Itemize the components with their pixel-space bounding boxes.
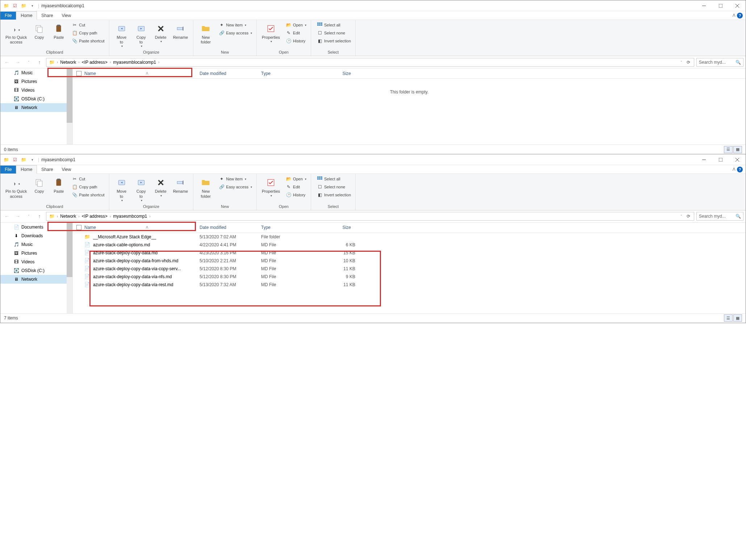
properties-button[interactable]: Properties▾ [260, 21, 282, 45]
cut-button[interactable]: ✂Cut [70, 175, 106, 183]
tab-view[interactable]: View [57, 166, 75, 174]
chevron-right-icon[interactable]: › [57, 60, 58, 64]
thumbnails-view-button[interactable]: ▦ [733, 314, 742, 322]
new-item-button[interactable]: ✦New item▾ [217, 175, 253, 183]
breadcrumb-item[interactable]: <IP address> [80, 214, 109, 219]
scrollbar[interactable] [67, 223, 72, 313]
column-header-size[interactable]: Size [319, 71, 355, 76]
edit-button[interactable]: ✎Edit [284, 183, 308, 191]
column-header-size[interactable]: Size [319, 225, 355, 230]
column-header-type[interactable]: Type [261, 225, 319, 230]
copy-button[interactable]: Copy [30, 21, 49, 41]
file-row[interactable]: 📄azure-stack-cable-options.md4/22/2020 4… [73, 241, 746, 249]
tab-home[interactable]: Home [16, 11, 37, 20]
maximize-button[interactable] [712, 154, 729, 165]
delete-button[interactable]: Delete▾ [151, 175, 170, 198]
back-button[interactable]: ← [3, 212, 11, 221]
breadcrumb-box[interactable]: 📁›Network›<IP address>›myasesmbcomp1›˅⟳ [46, 212, 694, 221]
thumbnails-view-button[interactable]: ▦ [733, 146, 742, 153]
pin-to-quick-access-button[interactable]: Pin to Quickaccess [3, 21, 29, 46]
cut-button[interactable]: ✂Cut [70, 21, 106, 29]
select-all-button[interactable]: Select all [315, 175, 352, 183]
address-dropdown[interactable]: ˅ [680, 214, 682, 218]
refresh-button[interactable]: ⟳ [684, 58, 692, 66]
nav-item[interactable]: 🎵Music [0, 68, 72, 77]
copy-path-button[interactable]: 📋Copy path [70, 29, 106, 37]
file-row[interactable]: 📄azure-stack-deploy-copy-data-via-nfs.md… [73, 273, 746, 281]
copy-path-button[interactable]: 📋Copy path [70, 183, 106, 191]
file-row[interactable]: 📄azure-stack-deploy-copy-data-via-copy-s… [73, 265, 746, 273]
breadcrumb-item[interactable]: myasesmbcomp1 [112, 214, 148, 219]
nav-item[interactable]: 🖥Network [0, 275, 72, 284]
easy-access-button[interactable]: 🔗Easy access▾ [217, 29, 253, 37]
titlebar[interactable]: 📁☑📁▾|myasesmbcomp1 [0, 154, 746, 165]
copy-to-button[interactable]: Copyto▾ [132, 21, 151, 49]
new-folder-button[interactable]: Newfolder [196, 21, 215, 46]
search-input[interactable]: Search myd...🔍 [696, 58, 743, 67]
breadcrumb-item[interactable]: Network [59, 60, 77, 65]
address-dropdown[interactable]: ˅ [680, 60, 682, 64]
move-to-button[interactable]: Moveto▾ [112, 175, 131, 203]
invert-selection-button[interactable]: ◧Invert selection [315, 191, 352, 198]
breadcrumb-item[interactable]: myasesmblocalcomp1 [112, 60, 158, 65]
delete-button[interactable]: Delete▾ [151, 21, 170, 45]
column-header-date[interactable]: Date modified [200, 225, 261, 230]
search-input[interactable]: Search myd...🔍 [696, 212, 743, 221]
chevron-right-icon[interactable]: › [110, 214, 111, 218]
file-menu[interactable]: File [0, 12, 16, 20]
open-button[interactable]: 📂Open▾ [284, 175, 308, 183]
up-button[interactable]: ↑ [35, 58, 44, 67]
breadcrumb-item[interactable]: Network [59, 214, 77, 219]
nav-item[interactable]: ⬇Downloads [0, 231, 72, 240]
scrollbar-thumb[interactable] [67, 223, 72, 277]
qat-dropdown[interactable]: ▾ [29, 156, 36, 163]
file-menu[interactable]: File [0, 166, 16, 174]
select-none-button[interactable]: ☐Select none [315, 29, 352, 37]
chevron-right-icon[interactable]: › [78, 214, 79, 218]
scrollbar-thumb[interactable] [67, 68, 72, 123]
copy-to-button[interactable]: Copyto▾ [132, 175, 151, 203]
nav-item[interactable]: 🖼Pictures [0, 249, 72, 258]
column-header-name[interactable]: Name [84, 225, 96, 230]
history-button[interactable]: 🕑History [284, 191, 308, 198]
up-button[interactable]: ↑ [35, 212, 44, 221]
column-header-name[interactable]: Name [84, 71, 96, 76]
new-item-button[interactable]: ✦New item▾ [217, 21, 253, 29]
pin-to-quick-access-button[interactable]: Pin to Quickaccess [3, 175, 29, 200]
properties-button[interactable]: Properties▾ [260, 175, 282, 198]
file-row[interactable]: 📄azure-stack-deploy-copy-data-from-vhds.… [73, 257, 746, 265]
nav-item[interactable]: 🎞Videos [0, 86, 72, 95]
forward-button[interactable]: → [13, 212, 22, 221]
edit-button[interactable]: ✎Edit [284, 29, 308, 37]
qat-dropdown[interactable]: ▾ [29, 2, 36, 9]
nav-item[interactable]: 🎵Music [0, 240, 72, 249]
scrollbar[interactable] [67, 68, 72, 145]
invert-selection-button[interactable]: ◧Invert selection [315, 37, 352, 45]
help-icon[interactable]: ? [737, 13, 743, 18]
close-button[interactable] [729, 154, 746, 165]
rename-button[interactable]: Rename [171, 21, 190, 41]
select-all-button[interactable]: Select all [315, 21, 352, 29]
nav-item[interactable]: 🖼Pictures [0, 77, 72, 86]
tab-view[interactable]: View [57, 12, 75, 20]
chevron-right-icon[interactable]: › [110, 60, 111, 64]
select-all-checkbox[interactable] [76, 71, 81, 76]
close-button[interactable] [729, 0, 746, 11]
open-button[interactable]: 📂Open▾ [284, 21, 308, 29]
select-none-button[interactable]: ☐Select none [315, 183, 352, 191]
history-button[interactable]: 🕑History [284, 37, 308, 45]
forward-button[interactable]: → [13, 58, 22, 67]
recent-locations-button[interactable]: ˅ [24, 212, 33, 221]
paste-shortcut-button[interactable]: 📎Paste shortcut [70, 37, 106, 45]
nav-item[interactable]: 💽OSDisk (C:) [0, 95, 72, 103]
chevron-right-icon[interactable]: › [78, 60, 79, 64]
nav-item[interactable]: 💽OSDisk (C:) [0, 266, 72, 275]
back-button[interactable]: ← [3, 58, 11, 67]
breadcrumb-box[interactable]: 📁›Network›<IP address>›myasesmblocalcomp… [46, 58, 694, 67]
select-all-checkbox[interactable] [76, 225, 81, 230]
chevron-right-icon[interactable]: › [149, 214, 150, 218]
help-icon[interactable]: ? [737, 167, 743, 172]
details-view-button[interactable]: ☰ [724, 314, 733, 322]
new-folder-button[interactable]: Newfolder [196, 175, 215, 200]
maximize-button[interactable] [712, 0, 729, 11]
